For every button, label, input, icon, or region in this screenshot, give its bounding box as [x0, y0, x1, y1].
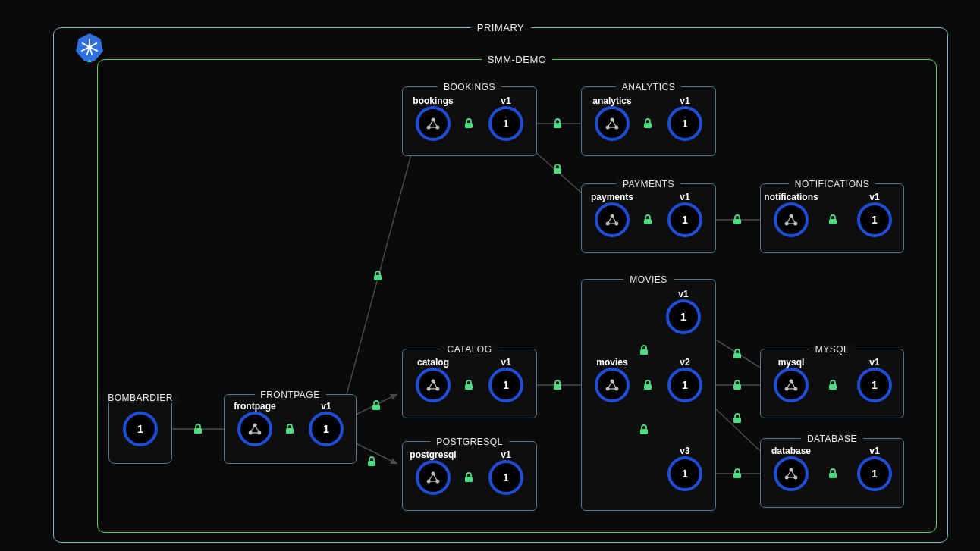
- frontpage-v1-value: 1: [323, 423, 329, 435]
- catalog-service-name: catalog: [417, 357, 449, 368]
- svg-line-85: [787, 381, 791, 389]
- movies-node-v2[interactable]: v2 1: [667, 368, 702, 402]
- svg-line-37: [250, 425, 255, 433]
- mysql-v1-label: v1: [869, 357, 879, 368]
- catalog-v1-label: v1: [501, 357, 510, 368]
- payments-v1-label: v1: [680, 192, 689, 202]
- svg-line-62: [791, 216, 796, 224]
- mysql-node-v1[interactable]: v1 1: [857, 368, 892, 402]
- movies-v3-value: 1: [682, 468, 688, 480]
- svg-line-67: [429, 381, 433, 389]
- bookings-service-name: bookings: [413, 95, 453, 106]
- movies-v2-label: v2: [680, 357, 689, 368]
- movies-service-node[interactable]: movies: [595, 368, 630, 402]
- svg-line-56: [612, 216, 617, 224]
- svg-line-73: [429, 474, 433, 481]
- svg-line-92: [791, 470, 796, 477]
- svg-line-68: [433, 381, 438, 389]
- analytics-node-v1[interactable]: v1 1: [667, 106, 702, 141]
- bookings-v1-value: 1: [503, 117, 509, 130]
- svg-line-86: [791, 381, 796, 389]
- postgresql-service-node[interactable]: postgresql: [416, 460, 451, 495]
- bookings-node-v1[interactable]: v1 1: [488, 106, 523, 141]
- svg-line-79: [608, 381, 612, 389]
- kubernetes-icon: [76, 33, 103, 61]
- mysql-service-name: mysql: [778, 357, 805, 368]
- database-service-node[interactable]: database: [774, 456, 809, 491]
- notifications-v1-value: 1: [872, 214, 878, 226]
- catalog-node-v1[interactable]: v1 1: [488, 368, 523, 402]
- postgresql-service-name: postgresql: [410, 449, 456, 460]
- payments-node-v1[interactable]: v1 1: [667, 202, 702, 237]
- analytics-v1-value: 1: [682, 117, 688, 130]
- payments-v1-value: 1: [682, 214, 688, 226]
- bookings-v1-label: v1: [501, 95, 510, 106]
- mysql-v1-value: 1: [872, 379, 878, 391]
- catalog-v1-value: 1: [503, 379, 509, 391]
- svg-line-55: [608, 216, 612, 224]
- frontpage-service-node[interactable]: frontpage: [237, 412, 272, 446]
- svg-line-43: [429, 120, 433, 127]
- postgresql-v1-label: v1: [501, 449, 510, 460]
- notifications-node-v1[interactable]: v1 1: [857, 202, 892, 237]
- svg-line-44: [433, 120, 438, 127]
- svg-line-38: [255, 425, 259, 433]
- frontpage-v1-label: v1: [321, 401, 331, 412]
- movies-node-v3[interactable]: v3 1: [667, 456, 702, 491]
- movies-node-v1[interactable]: v1 1: [666, 299, 701, 334]
- movies-service-name: movies: [596, 357, 627, 368]
- movies-v1-value: 1: [680, 311, 686, 323]
- svg-line-91: [787, 470, 791, 477]
- svg-line-74: [433, 474, 438, 481]
- frontpage-service-name: frontpage: [234, 401, 275, 412]
- movies-v2-value: 1: [682, 379, 688, 391]
- payments-service-node[interactable]: payments: [595, 202, 630, 237]
- database-node-v1[interactable]: v1 1: [857, 456, 892, 491]
- mysql-service-node[interactable]: mysql: [774, 368, 809, 402]
- svg-line-61: [787, 216, 791, 224]
- database-v1-label: v1: [869, 446, 879, 456]
- catalog-service-node[interactable]: catalog: [416, 368, 451, 402]
- svg-line-80: [612, 381, 617, 389]
- database-v1-value: 1: [872, 468, 878, 480]
- analytics-service-name: analytics: [592, 95, 631, 106]
- notifications-service-name: notifications: [764, 192, 818, 202]
- analytics-service-node[interactable]: analytics: [595, 106, 630, 141]
- svg-line-49: [608, 120, 612, 127]
- analytics-v1-label: v1: [680, 95, 689, 106]
- bookings-service-node[interactable]: bookings: [416, 106, 451, 141]
- bombardier-v1-value: 1: [137, 423, 143, 435]
- cluster-label: PRIMARY: [471, 22, 531, 33]
- movies-v1-label: v1: [678, 289, 688, 299]
- postgresql-node-v1[interactable]: v1 1: [488, 460, 523, 495]
- payments-service-name: payments: [591, 192, 633, 202]
- notifications-v1-label: v1: [869, 192, 879, 202]
- postgresql-v1-value: 1: [503, 471, 509, 484]
- bombardier-node-v1[interactable]: 1: [123, 412, 158, 446]
- svg-line-50: [612, 120, 617, 127]
- notifications-service-node[interactable]: notifications: [774, 202, 809, 237]
- frontpage-node-v1[interactable]: v1 1: [309, 412, 344, 446]
- database-service-name: database: [771, 446, 811, 456]
- movies-v3-label: v3: [680, 446, 689, 456]
